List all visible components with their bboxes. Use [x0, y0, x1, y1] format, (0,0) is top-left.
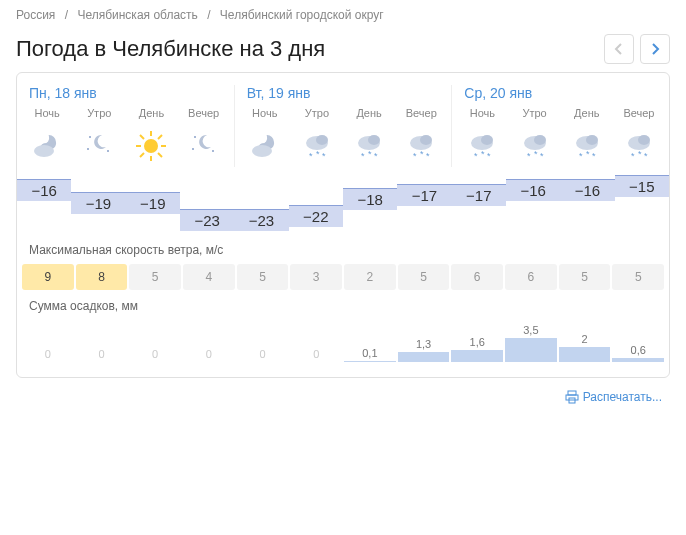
day-part: Вечер*** — [613, 107, 665, 167]
page-title: Погода в Челябинске на 3 дня — [16, 36, 325, 62]
day-column: Ср, 20 янвНочь***Утро***День***Вечер*** — [452, 85, 669, 167]
svg-point-4 — [144, 139, 158, 153]
part-label: Вечер — [395, 107, 447, 119]
svg-text:*: * — [481, 149, 485, 159]
part-label: День — [561, 107, 613, 119]
precip-value: 2 — [559, 318, 611, 368]
svg-text:*: * — [540, 151, 544, 161]
temp-value: −22 — [289, 205, 343, 227]
precip-value: 0 — [22, 318, 74, 368]
temp-value: −17 — [452, 184, 506, 206]
part-label: Ночь — [456, 107, 508, 119]
svg-text:*: * — [527, 151, 531, 161]
print-link[interactable]: Распечатать... — [565, 390, 662, 404]
cloud-snow-icon: *** — [291, 125, 343, 167]
day-label[interactable]: Ср, 20 янв — [456, 85, 665, 101]
day-part: День — [125, 107, 177, 167]
precip-value: 0 — [129, 318, 181, 368]
temp-value: −23 — [180, 209, 234, 231]
day-part: Вечер*** — [395, 107, 447, 167]
breadcrumb-item[interactable]: Челябинский городской округ — [220, 8, 384, 22]
temp-value: −16 — [560, 179, 614, 201]
cloud-snow-icon: *** — [343, 125, 395, 167]
temp-value: −16 — [17, 179, 71, 201]
day-label[interactable]: Пн, 18 янв — [21, 85, 230, 101]
svg-text:*: * — [361, 151, 365, 161]
svg-point-13 — [194, 136, 196, 138]
temp-value: −15 — [615, 175, 669, 197]
svg-point-3 — [87, 148, 89, 150]
svg-text:*: * — [413, 151, 417, 161]
day-column: Пн, 18 янвНочьУтроДеньВечер — [17, 85, 235, 167]
day-label[interactable]: Вт, 19 янв — [239, 85, 448, 101]
svg-point-14 — [212, 150, 214, 152]
svg-line-9 — [140, 135, 144, 139]
precip-value: 0 — [237, 318, 289, 368]
cloud-snow-icon: *** — [509, 125, 561, 167]
part-label: Ночь — [21, 107, 73, 119]
svg-text:*: * — [374, 151, 378, 161]
precip-value: 1,3 — [398, 318, 450, 368]
svg-point-1 — [89, 136, 91, 138]
breadcrumb: Россия / Челябинская область / Челябинск… — [0, 0, 686, 30]
svg-text:*: * — [579, 151, 583, 161]
wind-value: 8 — [76, 264, 128, 290]
svg-text:*: * — [534, 149, 538, 159]
precip-value: 3,5 — [505, 318, 557, 368]
svg-point-43 — [586, 135, 598, 145]
temp-value: −19 — [126, 192, 180, 214]
wind-value: 6 — [451, 264, 503, 290]
svg-text:*: * — [592, 151, 596, 161]
precip-value: 0,1 — [344, 318, 396, 368]
breadcrumb-item[interactable]: Челябинская область — [77, 8, 197, 22]
prev-button[interactable] — [604, 34, 634, 64]
svg-point-23 — [368, 135, 380, 145]
wind-value: 4 — [183, 264, 235, 290]
day-part: День*** — [561, 107, 613, 167]
temp-value: −17 — [397, 184, 451, 206]
svg-text:*: * — [426, 151, 430, 161]
svg-text:*: * — [474, 151, 478, 161]
sun-icon — [125, 125, 177, 167]
precip-value: 1,6 — [451, 318, 503, 368]
wind-section-label: Максимальная скорость ветра, м/с — [17, 235, 669, 263]
moon-cloud-icon — [239, 125, 291, 167]
chevron-left-icon — [614, 42, 624, 56]
cloud-snow-icon: *** — [456, 125, 508, 167]
svg-point-38 — [534, 135, 546, 145]
cloud-snow-icon: *** — [561, 125, 613, 167]
svg-text:*: * — [322, 151, 326, 161]
wind-value: 5 — [612, 264, 664, 290]
moon-stars-icon — [178, 125, 230, 167]
svg-point-33 — [481, 135, 493, 145]
svg-text:*: * — [309, 151, 313, 161]
svg-line-12 — [158, 135, 162, 139]
precip-value: 0 — [183, 318, 235, 368]
svg-line-10 — [158, 153, 162, 157]
day-part: Ночь*** — [456, 107, 508, 167]
day-column: Вт, 19 янвНочьУтро***День***Вечер*** — [235, 85, 453, 167]
precip-value: 0 — [290, 318, 342, 368]
part-label: Вечер — [613, 107, 665, 119]
temp-value: −19 — [71, 192, 125, 214]
day-part: Утро*** — [291, 107, 343, 167]
svg-point-18 — [316, 135, 328, 145]
svg-point-2 — [107, 150, 109, 152]
wind-value: 6 — [505, 264, 557, 290]
day-part: Ночь — [239, 107, 291, 167]
day-part: День*** — [343, 107, 395, 167]
cloud-snow-icon: *** — [613, 125, 665, 167]
day-part: Вечер — [178, 107, 230, 167]
svg-point-28 — [420, 135, 432, 145]
wind-value: 3 — [290, 264, 342, 290]
svg-point-0 — [34, 145, 54, 157]
temp-value: −16 — [506, 179, 560, 201]
breadcrumb-item[interactable]: Россия — [16, 8, 55, 22]
moon-stars-icon — [73, 125, 125, 167]
precip-value: 0,6 — [612, 318, 664, 368]
wind-value: 5 — [398, 264, 450, 290]
svg-point-48 — [638, 135, 650, 145]
cloud-snow-icon: *** — [395, 125, 447, 167]
next-button[interactable] — [640, 34, 670, 64]
wind-value: 5 — [129, 264, 181, 290]
